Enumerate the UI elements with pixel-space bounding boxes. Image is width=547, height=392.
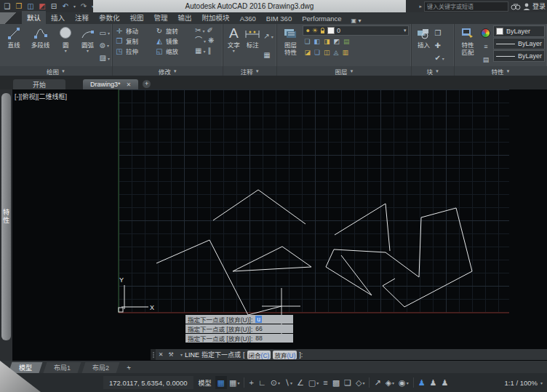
file-tab-drawing3[interactable]: Drawing3* ✕ [83, 79, 138, 89]
search-input[interactable]: 键入关键字或短语 [424, 1, 508, 12]
chevron-down-icon[interactable]: ▾ [65, 49, 67, 53]
ribbon-tab-a360[interactable]: A360 [235, 13, 261, 24]
block-panel-label[interactable]: 块▼ [412, 66, 454, 76]
table-button[interactable]: ▦ [263, 51, 273, 60]
command-wrench-icon[interactable]: ⚒ [166, 351, 176, 358]
chevron-down-icon[interactable]: ▾ [107, 43, 109, 48]
chevron-down-icon[interactable]: ▾ [108, 56, 110, 61]
explode-button[interactable]: ❋ [208, 36, 214, 46]
coordinates-display[interactable]: 172.0117, 5.6354, 0.0000 [103, 376, 193, 389]
rotate-button[interactable]: ↻旋转 [155, 26, 193, 35]
insert-block-button[interactable]: 插入 [414, 25, 433, 66]
command-option-close[interactable]: 闭合(C) [247, 351, 271, 359]
layer-tool-icon[interactable]: ◩ [334, 38, 340, 45]
user-icon[interactable] [523, 2, 530, 11]
object-snap-icon[interactable]: ▢▾ [306, 376, 321, 389]
ribbon-tab-output[interactable]: 输出 [173, 11, 197, 24]
ribbon-tab-home[interactable]: 默认 [22, 11, 46, 24]
ortho-mode-icon[interactable]: ∟ [256, 376, 268, 389]
annotate-panel-label[interactable]: 注释▼ [223, 66, 276, 76]
layer-tool-icon[interactable]: ◬ [334, 49, 339, 56]
close-tab-icon[interactable]: ✕ [127, 81, 132, 88]
close-command-icon[interactable]: ✕ [156, 351, 166, 358]
chevron-down-icon[interactable]: ▾ [108, 31, 110, 36]
layers-panel-label[interactable]: 图层▼ [277, 66, 411, 76]
search-binoculars-icon[interactable] [511, 2, 521, 11]
lineweight-list-icon[interactable]: ≡ [484, 43, 487, 50]
line-button[interactable]: 直线 [2, 25, 25, 66]
layer-tool-icon[interactable]: ▥ [342, 49, 348, 56]
layout-tab-layout1[interactable]: 布局1 [44, 362, 81, 373]
annotation-scale-icon[interactable]: ♟ [439, 376, 450, 389]
match-properties-button[interactable]: 特性 匹配 [457, 25, 479, 66]
mirror-button[interactable]: ◭镜像 [155, 36, 193, 45]
drawing-canvas[interactable]: [-][俯视][二维线框] 特性 Y X 指定下一点或 [放弃(U)]: [0, 89, 547, 361]
rectangle-button[interactable]: ▭▾ [100, 28, 110, 38]
properties-palette-tab[interactable]: 特性 [1, 93, 11, 340]
object-snap-tracking-icon[interactable]: ∠ [295, 376, 306, 389]
dimension-button[interactable]: 标注 [243, 25, 262, 66]
ribbon-tab-performance[interactable]: Performance [297, 13, 346, 24]
chevron-down-icon[interactable]: ▾ [442, 56, 444, 61]
offset-button[interactable]: ∥ [207, 47, 211, 56]
undo-icon[interactable]: ↶ [60, 1, 71, 12]
viewport-controls[interactable]: [-][俯视][二维线框] [15, 92, 67, 101]
edit-block-button[interactable]: ✚ [434, 41, 444, 50]
text-button[interactable]: A 文字 ▾ [225, 25, 241, 66]
circle-button[interactable]: 圆 ▾ [55, 25, 76, 66]
layer-tool-icon[interactable]: ◧ [314, 38, 320, 45]
file-tab-start[interactable]: 开始 [13, 79, 65, 89]
fillet-button[interactable]: ⌒▾ [195, 36, 206, 46]
color-wheel-icon[interactable] [481, 28, 490, 38]
chevron-down-icon[interactable]: ▾ [202, 28, 204, 33]
grid-display-icon[interactable]: ▦ [215, 376, 227, 389]
object-color-dropdown[interactable]: ByLayer [493, 25, 545, 37]
ribbon-tab-manage[interactable]: 管理 [149, 11, 173, 24]
chevron-down-icon[interactable]: ▾ [203, 49, 205, 54]
layout-tab-layout2[interactable]: 布局2 [82, 362, 120, 373]
command-line[interactable]: ✕ ⚒ ▾ LINE 指定下一点或 [ 闭合(C) 放弃(U) ]: [151, 349, 547, 360]
dynamic-ucs-icon[interactable]: ↗ [372, 376, 383, 389]
polar-tracking-icon[interactable]: ⊙▾ [268, 376, 282, 389]
chevron-right-icon[interactable]: ▸ [419, 4, 422, 9]
sign-in-button[interactable]: 登录 [532, 1, 546, 11]
linetype-list-icon[interactable]: ▤ [483, 56, 490, 63]
layer-tool-icon[interactable]: ◫ [324, 49, 330, 56]
ribbon-tab-insert[interactable]: 插入 [46, 11, 70, 24]
ribbon-tab-addins[interactable]: 附加模块 [197, 11, 235, 24]
isometric-drafting-icon[interactable]: ∖▾ [282, 376, 295, 389]
create-block-button[interactable]: ❐ [434, 28, 444, 38]
save-icon[interactable]: ◫ [25, 1, 36, 12]
draw-panel-label[interactable]: 绘图▼ [0, 66, 112, 76]
new-file-icon[interactable]: ❑ [2, 1, 12, 12]
layer-tool-icon[interactable]: ◪ [304, 49, 311, 56]
ribbon-minimize-icon[interactable]: ▣ ▾ [351, 17, 362, 24]
ellipse-button[interactable]: ⊜▾ [100, 41, 110, 50]
command-drag-handle[interactable] [151, 349, 156, 360]
layer-dropdown[interactable]: ● ☀ 0 ▾ [303, 25, 409, 36]
linetype-dropdown[interactable]: ByLayer [493, 50, 545, 62]
layer-tool-icon[interactable]: ❏ [304, 38, 310, 45]
chevron-down-icon[interactable]: ▾ [404, 28, 407, 33]
leader-button[interactable]: ↗▾ [263, 32, 273, 41]
lineweight-dropdown[interactable]: ByLayer [493, 38, 545, 49]
3d-object-snap-icon[interactable]: ◇▾ [354, 376, 367, 389]
layer-tool-icon[interactable]: ▤ [343, 38, 350, 45]
app-logo-corner[interactable] [0, 12, 22, 24]
annotation-scale-button[interactable]: 1:1 / 100% ▾ [505, 379, 543, 387]
erase-button[interactable]: ✐ [207, 26, 212, 36]
save-as-icon[interactable]: ◩ [37, 1, 47, 12]
layer-properties-button[interactable]: 图层 特性 [279, 25, 301, 66]
chevron-down-icon[interactable]: ▾ [233, 49, 235, 53]
ribbon-tab-parametric[interactable]: 参数化 [94, 11, 125, 24]
trim-button[interactable]: ✂▾ [195, 26, 204, 36]
copy-button[interactable]: ❐复制 [115, 36, 153, 45]
properties-panel-label[interactable]: 特性▼ [455, 66, 547, 76]
command-input[interactable]: ▾ LINE 指定下一点或 [ 闭合(C) 放弃(U) ]: [176, 350, 547, 359]
redo-icon[interactable]: ↷ [79, 1, 89, 12]
ribbon-tab-bim360[interactable]: BIM 360 [261, 13, 297, 24]
selection-cycling-icon[interactable]: ❏ [342, 376, 354, 389]
scale-button[interactable]: ◱缩放 [155, 47, 193, 55]
arc-button[interactable]: 圆弧 ▾ [77, 25, 97, 66]
command-option-undo[interactable]: 放弃(U) [273, 351, 297, 359]
